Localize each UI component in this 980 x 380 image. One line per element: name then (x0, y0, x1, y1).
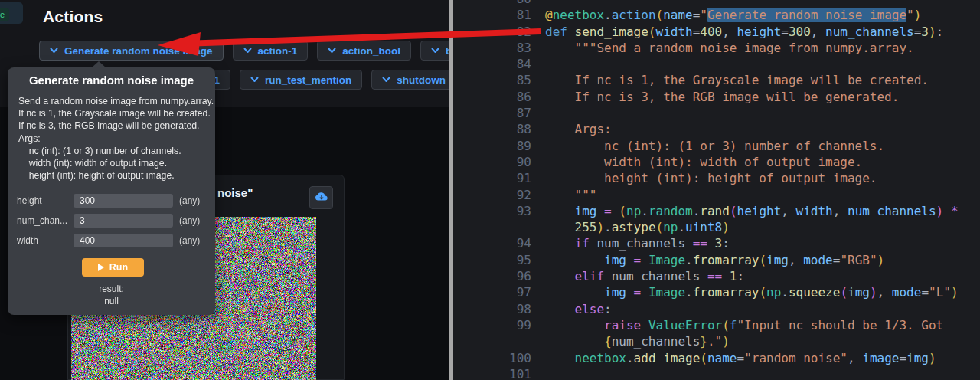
chevron-down-icon (431, 48, 439, 54)
line-number: 91 (453, 170, 545, 186)
popover-description-line: height (int): height of output image. (18, 169, 214, 182)
code-line: 93 img = (np.random.rand(height, width, … (453, 203, 980, 219)
line-number: 87 (453, 105, 545, 121)
result-label: result: (8, 283, 215, 294)
code-line: 88 Args: (453, 121, 980, 137)
code-line: 99 raise ValueError(f"Input nc should be… (453, 317, 980, 333)
code-line: 100 neetbox.add_image(name="random noise… (453, 350, 980, 366)
popover-description-line: If nc is 1, the Grayscale image will be … (18, 107, 214, 120)
code-line: 101 (453, 366, 980, 380)
line-number: 85 (453, 72, 545, 88)
cloud-download-icon (315, 191, 328, 205)
tag-label: ne (0, 8, 9, 21)
field-input-width[interactable] (74, 234, 173, 247)
code-line: 90 width (int): width of output image. (453, 154, 980, 170)
line-number: 96 (453, 268, 545, 284)
code-line: 80 (453, 0, 980, 7)
popover-description-line: Send a random noise image from numpy.arr… (18, 95, 214, 107)
line-number: 97 (453, 284, 545, 300)
field-input-height[interactable] (74, 194, 173, 208)
chevron-down-icon (250, 77, 259, 83)
code-line: 83 """Send a random noise image from num… (453, 40, 980, 56)
line-number (453, 219, 545, 235)
result-value: null (8, 296, 215, 306)
action-button-label: Generate random noise image (64, 45, 213, 57)
field-hint: (any) (179, 195, 200, 206)
dashboard-pane: ne Actions Generate random noise imageac… (0, 0, 449, 380)
chevron-down-icon (50, 48, 58, 54)
chevron-down-icon (328, 48, 336, 54)
line-number: 80 (453, 0, 545, 7)
line-number: 93 (453, 203, 545, 219)
play-icon (98, 264, 104, 271)
line-number: 88 (453, 121, 545, 137)
popover-description-line: nc (int): (1 or 3) number of channels. (18, 145, 214, 157)
popover-title: Generate random noise image (8, 74, 215, 87)
action-button-label: shutdown (397, 74, 446, 86)
project-tag-chip[interactable]: ne (0, 2, 23, 24)
code-line: 82def send_image(width=400, height=300, … (453, 24, 980, 40)
actions-section-title: Actions (43, 8, 103, 26)
popover-notch (92, 61, 106, 67)
line-number: 81 (453, 7, 545, 23)
line-number: 82 (453, 24, 545, 40)
code-line: 84 (453, 56, 980, 72)
download-image-button[interactable] (309, 186, 333, 209)
field-input-num-chan-[interactable] (74, 214, 173, 228)
field-hint: (any) (179, 215, 200, 226)
field-label: height (17, 195, 42, 206)
action-button-label: action_bool (342, 45, 400, 57)
line-number: 83 (453, 40, 545, 56)
field-row: num_chan...(any) (8, 214, 215, 228)
popover-description-line: width (int): width of output image. (18, 157, 214, 169)
action-button-label: action-1 (258, 45, 298, 57)
field-label: width (17, 235, 38, 246)
line-number: 100 (453, 350, 545, 366)
code-editor[interactable]: 8081@neetbox.action(name="Generate rando… (453, 0, 980, 380)
line-number: 95 (453, 252, 545, 268)
action-button-generate-random-noise-image[interactable]: Generate random noise image (39, 41, 224, 61)
run-button[interactable]: Run (82, 258, 144, 277)
popover-description-line: If nc is 3, the RGB image will be genera… (18, 120, 214, 132)
code-line: 87 (453, 105, 980, 121)
code-line: 96 elif num_channels == 1: (453, 268, 980, 284)
code-lines: 8081@neetbox.action(name="Generate rando… (453, 0, 980, 380)
image-card-title: noise" (217, 186, 253, 199)
code-line: 97 img = Image.fromarray(np.squeeze(img)… (453, 284, 980, 300)
line-number: 89 (453, 138, 545, 154)
field-label: num_chan... (17, 215, 67, 226)
line-number: 94 (453, 235, 545, 251)
chevron-down-icon (382, 77, 390, 83)
line-number: 99 (453, 317, 545, 333)
code-line: 91 height (int): height of output image. (453, 170, 980, 186)
line-number: 84 (453, 56, 545, 72)
code-line: 92 """ (453, 187, 980, 203)
field-row: width(any) (8, 234, 215, 247)
line-number: 98 (453, 301, 545, 317)
line-number: 92 (453, 187, 545, 203)
code-line: 255).astype(np.uint8) (453, 219, 980, 235)
code-line: 94 if num_channels == 3: (453, 235, 980, 251)
code-line: 95 img = Image.fromarray(img, mode="RGB"… (453, 252, 980, 268)
run-button-label: Run (109, 262, 128, 273)
actions-row-2: t1run_test_mentionshutdown (195, 70, 456, 90)
code-line: 98 else: (453, 301, 980, 317)
line-number: 90 (453, 154, 545, 170)
field-row: height(any) (8, 194, 215, 208)
code-line: 81@neetbox.action(name="Generate random … (453, 7, 980, 23)
popover-description: Send a random noise image from numpy.arr… (18, 95, 214, 182)
action-button-action-1[interactable]: action-1 (233, 41, 309, 61)
field-hint: (any) (179, 235, 200, 246)
action-button-label: run_test_mention (265, 74, 351, 86)
action-button-run-test-mention[interactable]: run_test_mention (240, 70, 362, 90)
line-number (453, 333, 545, 349)
code-line: {num_channels}.") (453, 333, 980, 349)
popover-description-line: Args: (18, 133, 214, 145)
chevron-down-icon (243, 48, 252, 54)
action-button-action-bool[interactable]: action_bool (317, 41, 411, 61)
screenshot-root: ne Actions Generate random noise imageac… (0, 0, 980, 380)
line-number: 101 (453, 366, 545, 380)
code-line: 89 nc (int): (1 or 3) number of channels… (453, 138, 980, 154)
action-popover: Generate random noise image Send a rando… (8, 67, 215, 315)
action-button-shutdown[interactable]: shutdown (371, 70, 456, 90)
